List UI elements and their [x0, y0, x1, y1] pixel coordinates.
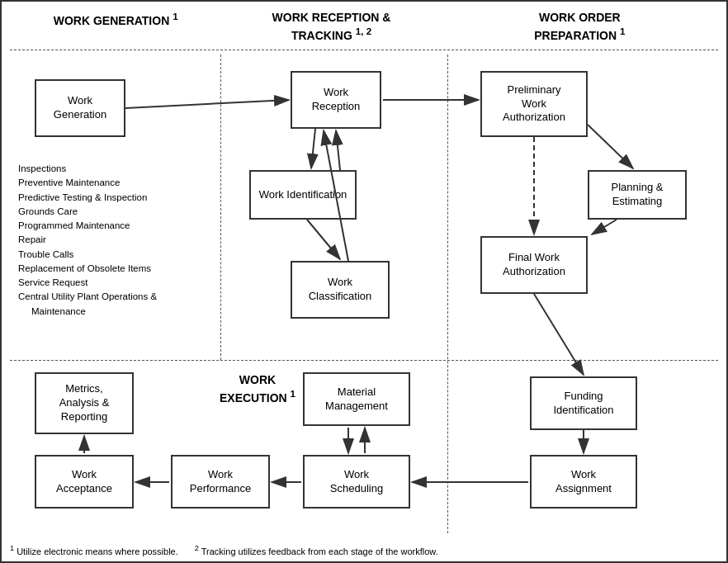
source-list-item: Central Utility Plant Operations &: [18, 290, 200, 304]
source-list-item: Maintenance: [18, 305, 200, 319]
preliminary-work-auth-box: Preliminary Work Authorization: [480, 71, 588, 137]
footnote-1: 1 Utilize electronic means where possibl…: [10, 544, 178, 556]
source-list-item: Trouble Calls: [18, 248, 200, 262]
metrics-box: Metrics, Analysis & Reporting: [35, 372, 134, 434]
source-list-item: Programmed Maintenance: [18, 219, 200, 233]
work-reception-box: Work Reception: [291, 71, 381, 129]
column-headers: WORK GENERATION 1 WORK RECEPTION &TRACKI…: [10, 10, 718, 50]
diagram-container: WORK GENERATION 1 WORK RECEPTION &TRACKI…: [0, 0, 728, 563]
work-assignment-box: Work Assignment: [530, 455, 637, 509]
work-generation-box: Work Generation: [35, 79, 125, 137]
source-list-item: Service Request: [18, 276, 200, 290]
divider-1: [220, 54, 221, 360]
svg-line-10: [592, 220, 617, 234]
funding-identification-box: Funding Identification: [530, 376, 637, 430]
source-list-item: Repair: [18, 233, 200, 247]
svg-line-11: [534, 294, 584, 375]
work-acceptance-box: Work Acceptance: [35, 455, 134, 509]
svg-line-4: [311, 129, 315, 168]
source-list-item: Predictive Testing & Inspection: [18, 191, 200, 205]
col-header-work-order: WORK ORDERPREPARATION 1: [442, 10, 718, 43]
source-list-item: Replacement of Obsolete Items: [18, 262, 200, 276]
work-performance-box: Work Performance: [171, 455, 270, 509]
h-divider: [10, 360, 718, 361]
col-header-work-generation: WORK GENERATION 1: [10, 10, 221, 43]
divider-2: [447, 54, 448, 533]
footnotes: 1 Utilize electronic means where possibl…: [10, 544, 438, 556]
work-identification-box: Work Identification: [249, 170, 357, 220]
source-list-item: Inspections: [18, 162, 200, 176]
source-list: Inspections Preventive Maintenance Predi…: [18, 162, 200, 319]
svg-line-5: [336, 130, 340, 170]
planning-estimating-box: Planning & Estimating: [588, 170, 687, 220]
source-list-item: Grounds Care: [18, 205, 200, 219]
svg-line-8: [588, 125, 633, 168]
work-scheduling-box: Work Scheduling: [303, 455, 410, 509]
col-header-work-reception: WORK RECEPTION &TRACKING 1, 2: [221, 10, 441, 43]
svg-line-6: [307, 220, 340, 259]
work-classification-box: Work Classification: [291, 261, 390, 319]
footnote-2: 2 Tracking utilizes feedback from each s…: [195, 544, 438, 556]
source-list-item: Preventive Maintenance: [18, 176, 200, 190]
final-work-auth-box: Final Work Authorization: [480, 236, 588, 294]
material-management-box: Material Management: [303, 372, 410, 426]
svg-line-2: [125, 100, 289, 108]
